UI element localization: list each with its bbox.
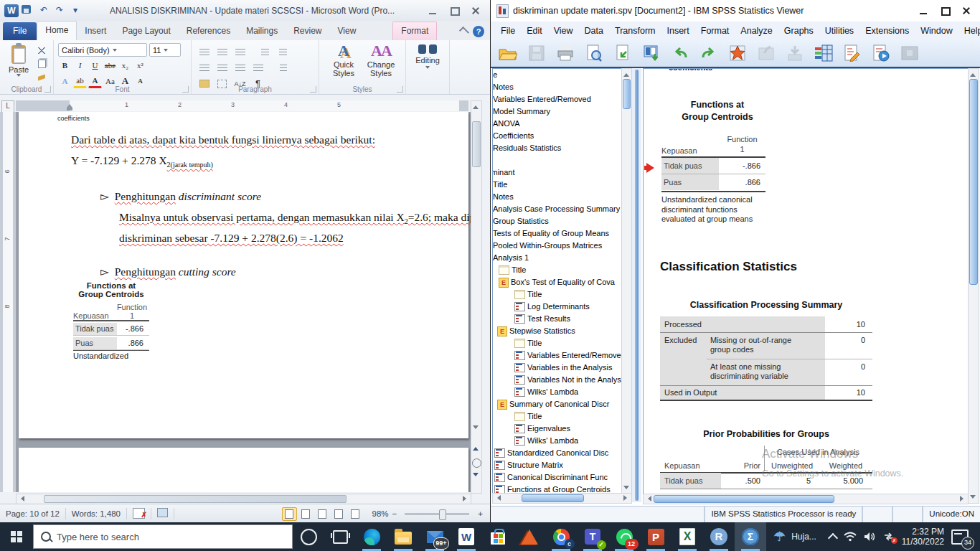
outline-item-eigenvalues[interactable]: Eigenvalues [514, 423, 622, 435]
macro-recording[interactable] [151, 508, 174, 519]
powerpoint-taskbar-button[interactable]: P [640, 522, 672, 551]
output-hscroll-thumb[interactable] [654, 495, 834, 503]
decrease-indent-icon[interactable] [257, 45, 273, 59]
strikethrough-icon[interactable]: abe [103, 59, 117, 72]
outline-vertical-scrollbar[interactable] [621, 68, 632, 494]
outline-item-title[interactable]: Title [492, 69, 622, 81]
align-right-icon[interactable] [232, 61, 248, 75]
outline-scroll-left-icon[interactable] [494, 495, 501, 501]
variables-icon[interactable] [811, 42, 837, 64]
outline-item-coefficients[interactable]: Coefficients [493, 130, 622, 142]
underline-icon[interactable]: U [88, 59, 102, 72]
outline-item-summary-of-canonical-discr[interactable]: ESummary of Canonical Discr [497, 398, 622, 410]
horizontal-scroll-thumb[interactable] [44, 495, 347, 503]
spss-outline-pane[interactable]: TitleNotesVariables Entered/RemovedModel… [492, 68, 623, 494]
outline-item-variables-in-the-analysis[interactable]: Variables in the Analysis [514, 362, 622, 374]
next-page-icon[interactable] [473, 473, 479, 479]
outline-item-box-s-test-of-equality-of-cova[interactable]: EBox's Test of Equality of Cova [499, 276, 622, 288]
undo-icon[interactable]: ↶ [37, 5, 50, 17]
outline-scroll-up-icon[interactable] [623, 70, 629, 77]
justify-icon[interactable] [250, 61, 266, 75]
menu-window[interactable]: Window [915, 22, 958, 39]
styles-dialog-launcher[interactable] [397, 86, 403, 93]
align-center-icon[interactable] [214, 61, 230, 75]
spss-maximize-button[interactable] [935, 4, 955, 17]
word-taskbar-button[interactable]: W [451, 522, 482, 551]
font-dialog-launcher[interactable] [182, 86, 189, 93]
tab-page-layout[interactable]: Page Layout [114, 22, 178, 40]
outline-item-analysis-case-processing-summary[interactable]: Analysis Case Processing Summary [493, 203, 622, 215]
redo-icon[interactable]: ↷ [53, 5, 66, 17]
wifi-icon[interactable] [844, 532, 857, 542]
tab-selector[interactable]: L [1, 100, 14, 113]
start-button[interactable] [0, 522, 33, 551]
menu-utilities[interactable]: Utilities [819, 22, 859, 39]
minimize-button[interactable] [423, 4, 443, 17]
zoom-level[interactable]: 98% [364, 509, 389, 518]
edit-output-icon[interactable] [839, 42, 865, 64]
undo-icon[interactable] [667, 42, 693, 64]
zoom-slider[interactable] [405, 513, 469, 515]
pane-splitter[interactable] [632, 68, 641, 502]
menu-data[interactable]: Data [579, 22, 609, 39]
outline-item-title[interactable]: Title [499, 264, 622, 276]
vertical-scroll-thumb[interactable] [472, 121, 481, 167]
format-painter-button[interactable] [34, 72, 49, 83]
menu-extensions[interactable]: Extensions [859, 22, 915, 39]
outline-item-log-determinants[interactable]: Log Determinants [514, 301, 622, 313]
scroll-right-icon[interactable] [463, 496, 469, 501]
taskbar-search-input[interactable]: Type here to search [33, 524, 293, 549]
run-script-icon[interactable] [868, 42, 894, 64]
outline-item-wilks-lambda[interactable]: Wilks' Lambda [514, 386, 622, 398]
spss-minimize-button[interactable] [913, 4, 933, 17]
word-horizontal-scrollbar[interactable] [16, 494, 471, 504]
indent-markers[interactable] [67, 101, 72, 110]
line-spacing-icon[interactable] [275, 61, 291, 75]
outline-item-residuals-statistics[interactable]: Residuals Statistics [493, 142, 622, 154]
menu-transform[interactable]: Transform [609, 22, 661, 39]
change-styles-button[interactable]: AA Change Styles [364, 40, 398, 83]
outline-scroll-right-icon[interactable] [623, 495, 630, 501]
spss-output-pane[interactable]: coefficients Functions at Group Centroid… [643, 68, 969, 494]
browse-object-icon[interactable] [472, 458, 481, 468]
web-layout-view-icon[interactable] [315, 507, 330, 521]
print-icon[interactable] [552, 42, 578, 64]
copy-button[interactable] [34, 58, 49, 70]
outline-horizontal-scrollbar[interactable] [492, 493, 632, 504]
bold-icon[interactable]: B [58, 59, 72, 72]
menu-insert[interactable]: Insert [661, 22, 694, 39]
r-taskbar-button[interactable]: R [703, 522, 735, 551]
numbered-list-icon[interactable] [214, 45, 230, 59]
outline-item-variables-entered-removed[interactable]: Variables Entered/Removed [493, 93, 622, 105]
taskbar-clock[interactable]: 2:32 PM 11/30/2022 [902, 527, 944, 547]
outline-item-title[interactable]: Title [514, 288, 622, 301]
outline-item-tests-of-equality-of-group-means[interactable]: Tests of Equality of Group Means [493, 227, 622, 240]
close-button[interactable] [466, 4, 486, 17]
tab-format[interactable]: Format [392, 22, 437, 40]
outline-hscroll-thumb[interactable] [522, 494, 584, 502]
chrome-taskbar-button[interactable]: c [545, 522, 577, 551]
word-count[interactable]: Words: 1,480 [66, 508, 127, 519]
outline-item-variables-not-in-the-analysis[interactable]: Variables Not in the Analysis [514, 374, 622, 386]
quick-styles-button[interactable]: A Quick Styles [326, 40, 361, 83]
output-scroll-left-icon[interactable] [645, 496, 651, 501]
outline-item-analysis-1[interactable]: Analysis 1 [493, 252, 622, 264]
outline-item-test-results[interactable]: Test Results [514, 313, 622, 325]
menu-edit[interactable]: Edit [521, 22, 548, 39]
outline-item-structure-matrix[interactable]: Structure Matrix [494, 459, 622, 471]
clipboard-dialog-launcher[interactable] [44, 86, 51, 93]
print-preview-icon[interactable] [581, 42, 607, 64]
redo-icon[interactable] [696, 42, 722, 64]
vertical-ruler[interactable]: 678 [0, 112, 16, 492]
subscript-icon[interactable]: x₂ [118, 59, 132, 72]
outline-item-variables-entered-removed[interactable]: Variables Entered/Removed [514, 349, 622, 362]
font-name-select[interactable]: Calibri (Body) [58, 43, 147, 57]
outline-item-title[interactable]: Title [493, 179, 622, 191]
output-scroll-up-icon[interactable] [970, 70, 976, 77]
spss-taskbar-button[interactable]: Σ [735, 522, 766, 551]
store-taskbar-button[interactable] [482, 522, 514, 551]
open-file-icon[interactable] [495, 42, 521, 64]
page-indicator[interactable]: Page: 10 of 12 [0, 508, 66, 519]
menu-format[interactable]: Format [695, 22, 735, 39]
italic-icon[interactable]: I [73, 59, 87, 72]
